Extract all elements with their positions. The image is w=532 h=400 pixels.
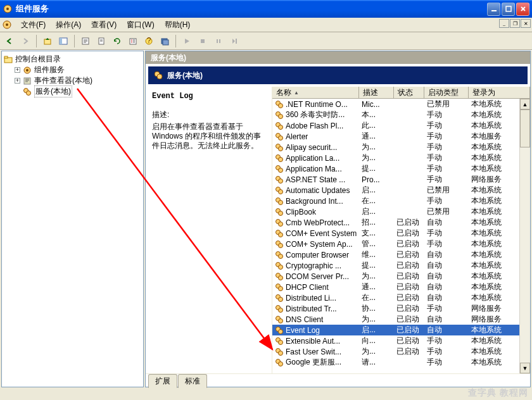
column-startup[interactable]: 启动类型 bbox=[424, 87, 469, 98]
service-row[interactable]: Alerter通...手动本地服务 bbox=[272, 131, 530, 142]
service-row[interactable]: DHCP Client通...已启动自动本地系统 bbox=[272, 282, 530, 292]
service-row[interactable]: Application La...为...手动本地系统 bbox=[272, 153, 530, 163]
svg-point-52 bbox=[279, 222, 283, 226]
properties2-button[interactable] bbox=[126, 34, 140, 48]
service-icon bbox=[275, 229, 284, 238]
expand-icon[interactable]: + bbox=[15, 67, 20, 73]
menu-view[interactable]: 查看(V) bbox=[86, 18, 122, 32]
column-description[interactable]: 描述 bbox=[359, 87, 394, 98]
menu-file[interactable]: 文件(F) bbox=[16, 18, 51, 32]
service-row[interactable]: Application Ma...提...手动本地系统 bbox=[272, 163, 530, 174]
svg-point-54 bbox=[279, 232, 283, 237]
service-icon bbox=[275, 208, 284, 216]
tree-event-viewer[interactable]: + 事件查看器(本地) bbox=[3, 75, 142, 86]
scroll-down-button[interactable]: ▼ bbox=[520, 363, 530, 373]
svg-point-58 bbox=[279, 254, 283, 258]
refresh-button[interactable] bbox=[110, 34, 124, 48]
svg-point-34 bbox=[279, 125, 283, 129]
service-row[interactable]: Adobe Flash Pl...此...手动本地系统 bbox=[272, 120, 530, 131]
service-row[interactable]: Cmb WebProtect...招...已启动自动本地系统 bbox=[272, 217, 530, 228]
app-icon bbox=[3, 4, 13, 14]
scroll-up-button[interactable]: ▲ bbox=[520, 99, 530, 109]
service-icon bbox=[275, 240, 284, 249]
tab-extended[interactable]: 扩展 bbox=[148, 374, 177, 388]
service-icon bbox=[275, 197, 284, 206]
service-row[interactable]: Google 更新服...请...手动本地系统 bbox=[272, 357, 530, 368]
menu-help[interactable]: 帮助(H) bbox=[160, 18, 196, 32]
service-row[interactable]: DCOM Server Pr...为...已启动自动本地系统 bbox=[272, 271, 530, 282]
pause-button[interactable] bbox=[212, 34, 225, 48]
svg-point-40 bbox=[279, 157, 283, 161]
mdi-restore-button[interactable]: ❐ bbox=[510, 19, 520, 28]
service-row[interactable]: COM+ Event System支...已启动手动本地系统 bbox=[272, 228, 530, 239]
service-row[interactable]: ClipBook启...已禁用本地系统 bbox=[272, 206, 530, 217]
play-button[interactable] bbox=[180, 34, 194, 48]
tab-standard[interactable]: 标准 bbox=[178, 374, 207, 388]
service-icon bbox=[275, 132, 284, 141]
tree-services[interactable]: 服务(本地) bbox=[3, 86, 142, 97]
back-button[interactable] bbox=[3, 34, 16, 48]
svg-rect-18 bbox=[219, 39, 220, 43]
column-status[interactable]: 状态 bbox=[394, 87, 424, 98]
show-tree-button[interactable] bbox=[56, 34, 70, 48]
service-row[interactable]: .NET Runtime O...Mic...已禁用本地系统 bbox=[272, 99, 530, 109]
service-icon bbox=[275, 218, 284, 227]
close-button[interactable] bbox=[516, 3, 529, 16]
maximize-button[interactable] bbox=[502, 3, 515, 16]
mdi-close-button[interactable]: ✕ bbox=[521, 19, 531, 28]
svg-rect-21 bbox=[4, 56, 8, 58]
service-row[interactable]: 360 杀毒实时防...本...手动本地系统 bbox=[272, 109, 530, 120]
service-row[interactable]: DNS Client为...已启动自动网络服务 bbox=[272, 314, 530, 325]
service-row[interactable]: Background Int...在...手动本地系统 bbox=[272, 196, 530, 206]
service-icon bbox=[275, 175, 284, 184]
scroll-thumb[interactable] bbox=[520, 109, 530, 147]
service-row[interactable]: Automatic Updates启...已禁用本地系统 bbox=[272, 185, 530, 196]
minimize-button[interactable] bbox=[487, 3, 500, 16]
service-icon bbox=[275, 143, 284, 152]
restart-button[interactable] bbox=[227, 34, 241, 48]
service-row[interactable]: Distributed Tr...协...已启动手动网络服务 bbox=[272, 303, 530, 314]
details-pane: 服务(本地) 服务(本地) Event Log 描述: 启用在事件查看器查看基于… bbox=[145, 51, 531, 387]
vertical-scrollbar[interactable]: ▲ ▼ bbox=[519, 99, 530, 373]
up-button[interactable] bbox=[41, 34, 54, 48]
forward-button[interactable] bbox=[18, 34, 32, 48]
svg-point-66 bbox=[279, 297, 283, 301]
service-icon bbox=[275, 283, 284, 292]
app-icon-small bbox=[2, 20, 12, 30]
column-logon[interactable]: 登录为 bbox=[469, 87, 530, 98]
tree-root[interactable]: 控制台根目录 bbox=[3, 54, 142, 65]
svg-rect-17 bbox=[217, 39, 218, 43]
service-row[interactable]: Event Log启...已启动自动本地系统 bbox=[272, 325, 530, 335]
service-icon bbox=[275, 165, 284, 173]
svg-point-70 bbox=[279, 318, 283, 323]
export-button[interactable] bbox=[94, 34, 108, 48]
svg-rect-3 bbox=[506, 6, 511, 11]
services-list[interactable]: 名称▲ 描述 状态 启动类型 登录为 .NET Runtime O...Mic.… bbox=[272, 87, 530, 373]
service-row[interactable]: Alipay securit...为...手动本地系统 bbox=[272, 142, 530, 153]
service-row[interactable]: Fast User Swit...为...已启动手动本地系统 bbox=[272, 346, 530, 357]
service-icon bbox=[275, 347, 284, 356]
service-row[interactable]: Cryptographic ...提...已启动自动本地系统 bbox=[272, 260, 530, 271]
pane-header: 服务(本地) bbox=[146, 51, 530, 64]
tree-component-services[interactable]: + 组件服务 bbox=[3, 65, 142, 75]
stop-button[interactable] bbox=[196, 34, 210, 48]
properties-button[interactable] bbox=[79, 34, 92, 48]
console-tree[interactable]: 控制台根目录 + 组件服务 + 事件查看器(本地) 服务(本地) bbox=[1, 51, 144, 387]
gears-icon bbox=[22, 87, 32, 97]
svg-rect-8 bbox=[60, 38, 62, 44]
service-row[interactable]: Computer Browser维...已启动自动本地系统 bbox=[272, 249, 530, 260]
description-text: 启用在事件查看器查看基于 Windows 的程序和组件颁发的事件日志消息。无法终… bbox=[152, 122, 265, 151]
menu-window[interactable]: 窗口(W) bbox=[122, 18, 159, 32]
service-row[interactable]: ASP.NET State ...Pro...手动网络服务 bbox=[272, 174, 530, 185]
help-button[interactable]: ? bbox=[142, 34, 156, 48]
svg-point-36 bbox=[279, 135, 283, 140]
service-row[interactable]: Extensible Aut...向...已启动手动本地系统 bbox=[272, 335, 530, 346]
service-row[interactable]: COM+ System Ap...管...已启动手动本地系统 bbox=[272, 239, 530, 249]
sort-asc-icon: ▲ bbox=[294, 90, 299, 96]
service-row[interactable]: Distributed Li...在...已启动自动本地系统 bbox=[272, 292, 530, 303]
column-name[interactable]: 名称▲ bbox=[272, 87, 359, 98]
new-window-button[interactable] bbox=[158, 34, 172, 48]
menu-action[interactable]: 操作(A) bbox=[51, 18, 86, 32]
expand-icon[interactable]: + bbox=[15, 78, 20, 84]
mdi-minimize-button[interactable]: _ bbox=[499, 19, 509, 28]
